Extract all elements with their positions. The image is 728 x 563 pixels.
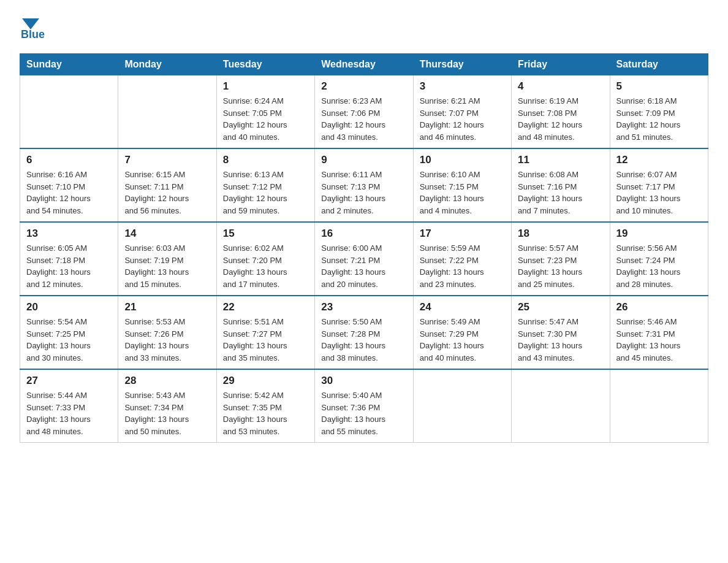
day-number: 18 <box>518 228 603 240</box>
day-number: 15 <box>223 228 308 240</box>
calendar-week-row: 13Sunrise: 6:05 AM Sunset: 7:18 PM Dayli… <box>20 222 708 296</box>
calendar-cell: 15Sunrise: 6:02 AM Sunset: 7:20 PM Dayli… <box>216 222 314 296</box>
day-info: Sunrise: 6:07 AM Sunset: 7:17 PM Dayligh… <box>616 169 702 216</box>
calendar-week-row: 1Sunrise: 6:24 AM Sunset: 7:05 PM Daylig… <box>20 75 708 149</box>
calendar-cell: 18Sunrise: 5:57 AM Sunset: 7:23 PM Dayli… <box>512 222 610 296</box>
day-number: 22 <box>223 301 308 313</box>
day-number: 20 <box>26 301 112 313</box>
calendar-cell: 17Sunrise: 5:59 AM Sunset: 7:22 PM Dayli… <box>413 222 511 296</box>
day-number: 28 <box>124 375 210 387</box>
calendar-cell: 29Sunrise: 5:42 AM Sunset: 7:35 PM Dayli… <box>216 369 314 443</box>
calendar-cell: 30Sunrise: 5:40 AM Sunset: 7:36 PM Dayli… <box>315 369 413 443</box>
day-number: 7 <box>124 154 210 166</box>
logo: Blue <box>20 15 45 41</box>
weekday-header-wednesday: Wednesday <box>315 54 413 75</box>
calendar-cell: 5Sunrise: 6:18 AM Sunset: 7:09 PM Daylig… <box>610 75 708 149</box>
day-info: Sunrise: 6:23 AM Sunset: 7:06 PM Dayligh… <box>321 95 406 143</box>
day-number: 24 <box>420 301 505 313</box>
day-info: Sunrise: 5:46 AM Sunset: 7:31 PM Dayligh… <box>616 316 702 364</box>
weekday-header-friday: Friday <box>512 54 610 75</box>
day-info: Sunrise: 5:43 AM Sunset: 7:34 PM Dayligh… <box>124 389 210 437</box>
day-info: Sunrise: 6:00 AM Sunset: 7:21 PM Dayligh… <box>321 242 406 290</box>
calendar-cell: 23Sunrise: 5:50 AM Sunset: 7:28 PM Dayli… <box>315 296 413 369</box>
day-number: 14 <box>124 228 210 240</box>
day-number: 17 <box>420 228 505 240</box>
calendar-cell: 9Sunrise: 6:11 AM Sunset: 7:13 PM Daylig… <box>315 148 413 222</box>
day-info: Sunrise: 6:03 AM Sunset: 7:19 PM Dayligh… <box>124 242 210 290</box>
calendar-cell: 12Sunrise: 6:07 AM Sunset: 7:17 PM Dayli… <box>610 148 708 222</box>
calendar-week-row: 20Sunrise: 5:54 AM Sunset: 7:25 PM Dayli… <box>20 296 708 369</box>
calendar-cell: 27Sunrise: 5:44 AM Sunset: 7:33 PM Dayli… <box>20 369 118 443</box>
calendar-cell: 4Sunrise: 6:19 AM Sunset: 7:08 PM Daylig… <box>512 75 610 149</box>
calendar-cell: 1Sunrise: 6:24 AM Sunset: 7:05 PM Daylig… <box>216 75 314 149</box>
weekday-header-thursday: Thursday <box>413 54 511 75</box>
day-info: Sunrise: 5:56 AM Sunset: 7:24 PM Dayligh… <box>616 242 702 290</box>
calendar-cell: 21Sunrise: 5:53 AM Sunset: 7:26 PM Dayli… <box>118 296 216 369</box>
calendar-cell <box>20 75 118 149</box>
day-info: Sunrise: 6:02 AM Sunset: 7:20 PM Dayligh… <box>223 242 308 290</box>
weekday-header-monday: Monday <box>118 54 216 75</box>
day-info: Sunrise: 5:50 AM Sunset: 7:28 PM Dayligh… <box>321 316 406 364</box>
calendar-cell: 22Sunrise: 5:51 AM Sunset: 7:27 PM Dayli… <box>216 296 314 369</box>
day-number: 2 <box>321 80 406 93</box>
calendar-cell: 24Sunrise: 5:49 AM Sunset: 7:29 PM Dayli… <box>413 296 511 369</box>
weekday-header-sunday: Sunday <box>20 54 118 75</box>
day-number: 19 <box>616 228 702 240</box>
day-info: Sunrise: 5:47 AM Sunset: 7:30 PM Dayligh… <box>518 316 603 364</box>
day-info: Sunrise: 5:59 AM Sunset: 7:22 PM Dayligh… <box>420 242 505 290</box>
day-number: 1 <box>223 80 308 93</box>
day-info: Sunrise: 6:21 AM Sunset: 7:07 PM Dayligh… <box>420 95 505 143</box>
calendar-cell: 20Sunrise: 5:54 AM Sunset: 7:25 PM Dayli… <box>20 296 118 369</box>
calendar-cell: 11Sunrise: 6:08 AM Sunset: 7:16 PM Dayli… <box>512 148 610 222</box>
day-info: Sunrise: 5:54 AM Sunset: 7:25 PM Dayligh… <box>26 316 112 364</box>
calendar-week-row: 27Sunrise: 5:44 AM Sunset: 7:33 PM Dayli… <box>20 369 708 443</box>
day-info: Sunrise: 6:18 AM Sunset: 7:09 PM Dayligh… <box>616 95 702 143</box>
calendar-cell: 3Sunrise: 6:21 AM Sunset: 7:07 PM Daylig… <box>413 75 511 149</box>
day-info: Sunrise: 5:49 AM Sunset: 7:29 PM Dayligh… <box>420 316 505 364</box>
day-info: Sunrise: 6:16 AM Sunset: 7:10 PM Dayligh… <box>26 169 112 216</box>
calendar-header-row: SundayMondayTuesdayWednesdayThursdayFrid… <box>20 54 708 75</box>
day-number: 13 <box>26 228 112 240</box>
day-info: Sunrise: 6:15 AM Sunset: 7:11 PM Dayligh… <box>124 169 210 216</box>
day-number: 9 <box>321 154 406 166</box>
day-info: Sunrise: 6:19 AM Sunset: 7:08 PM Dayligh… <box>518 95 603 143</box>
day-number: 23 <box>321 301 406 313</box>
day-info: Sunrise: 6:11 AM Sunset: 7:13 PM Dayligh… <box>321 169 406 216</box>
day-number: 10 <box>420 154 505 166</box>
calendar-cell <box>610 369 708 443</box>
calendar-cell: 14Sunrise: 6:03 AM Sunset: 7:19 PM Dayli… <box>118 222 216 296</box>
day-number: 11 <box>518 154 603 166</box>
calendar-cell: 25Sunrise: 5:47 AM Sunset: 7:30 PM Dayli… <box>512 296 610 369</box>
day-number: 26 <box>616 301 702 313</box>
calendar-table: SundayMondayTuesdayWednesdayThursdayFrid… <box>20 53 708 443</box>
calendar-cell: 16Sunrise: 6:00 AM Sunset: 7:21 PM Dayli… <box>315 222 413 296</box>
day-info: Sunrise: 6:05 AM Sunset: 7:18 PM Dayligh… <box>26 242 112 290</box>
calendar-week-row: 6Sunrise: 6:16 AM Sunset: 7:10 PM Daylig… <box>20 148 708 222</box>
day-number: 21 <box>124 301 210 313</box>
day-number: 27 <box>26 375 112 387</box>
day-number: 25 <box>518 301 603 313</box>
logo-subtitle: Blue <box>20 28 45 41</box>
day-info: Sunrise: 5:53 AM Sunset: 7:26 PM Dayligh… <box>124 316 210 364</box>
day-number: 30 <box>321 375 406 387</box>
calendar-cell: 19Sunrise: 5:56 AM Sunset: 7:24 PM Dayli… <box>610 222 708 296</box>
day-info: Sunrise: 5:42 AM Sunset: 7:35 PM Dayligh… <box>223 389 308 437</box>
page-header: Blue <box>20 15 708 41</box>
calendar-cell: 28Sunrise: 5:43 AM Sunset: 7:34 PM Dayli… <box>118 369 216 443</box>
day-info: Sunrise: 6:10 AM Sunset: 7:15 PM Dayligh… <box>420 169 505 216</box>
calendar-cell: 13Sunrise: 6:05 AM Sunset: 7:18 PM Dayli… <box>20 222 118 296</box>
day-info: Sunrise: 6:24 AM Sunset: 7:05 PM Dayligh… <box>223 95 308 143</box>
day-number: 12 <box>616 154 702 166</box>
day-number: 29 <box>223 375 308 387</box>
day-info: Sunrise: 6:13 AM Sunset: 7:12 PM Dayligh… <box>223 169 308 216</box>
day-info: Sunrise: 5:40 AM Sunset: 7:36 PM Dayligh… <box>321 389 406 437</box>
day-number: 16 <box>321 228 406 240</box>
calendar-cell <box>512 369 610 443</box>
day-info: Sunrise: 5:57 AM Sunset: 7:23 PM Dayligh… <box>518 242 603 290</box>
weekday-header-tuesday: Tuesday <box>216 54 314 75</box>
day-info: Sunrise: 5:44 AM Sunset: 7:33 PM Dayligh… <box>26 389 112 437</box>
calendar-cell: 26Sunrise: 5:46 AM Sunset: 7:31 PM Dayli… <box>610 296 708 369</box>
calendar-cell: 6Sunrise: 6:16 AM Sunset: 7:10 PM Daylig… <box>20 148 118 222</box>
day-number: 3 <box>420 80 505 93</box>
day-number: 6 <box>26 154 112 166</box>
